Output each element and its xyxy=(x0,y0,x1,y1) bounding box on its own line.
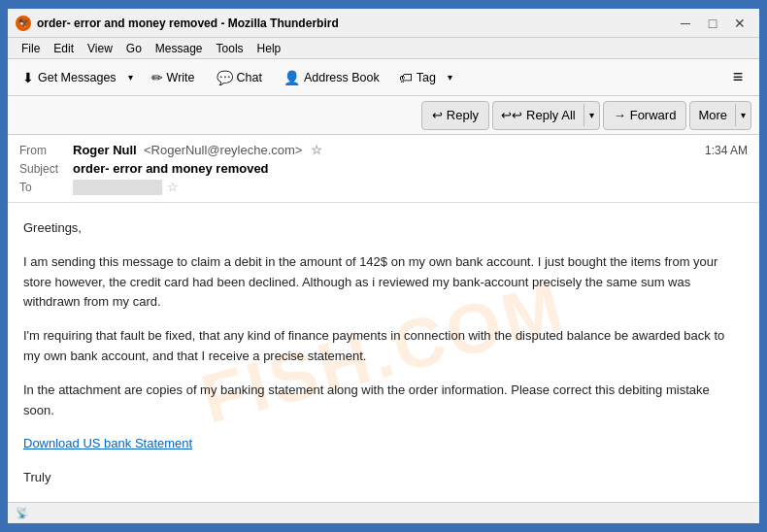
email-body: FISH.COM Greetings, I am sending this me… xyxy=(8,203,759,502)
get-messages-label: Get Messages xyxy=(38,71,117,84)
email-header: From Roger Null <RogerNull@reyleche.com>… xyxy=(8,135,759,203)
chat-icon: 💬 xyxy=(217,70,233,85)
thunderbird-window: 🦅 order- error and money removed - Mozil… xyxy=(6,7,761,525)
menu-help[interactable]: Help xyxy=(251,40,287,57)
more-label: More xyxy=(698,108,727,122)
close-button[interactable]: ✕ xyxy=(728,14,751,33)
main-toolbar: ⬇ Get Messages ▾ ✏ Write 💬 Chat 👤 Addres… xyxy=(8,59,759,96)
reply-all-arrow[interactable]: ▾ xyxy=(584,106,599,124)
menu-message[interactable]: Message xyxy=(150,40,209,57)
get-messages-icon: ⬇ xyxy=(22,70,34,85)
get-messages-button[interactable]: ⬇ Get Messages xyxy=(16,64,122,91)
action-bar: ↩ Reply ↩↩ Reply All ▾ → Forward More ▾ xyxy=(8,96,759,135)
reply-all-split-button: ↩↩ Reply All ▾ xyxy=(492,101,600,130)
app-icon: 🦅 xyxy=(16,16,31,31)
to-star-icon[interactable]: ☆ xyxy=(167,180,179,194)
download-link-paragraph: Download US bank Statement xyxy=(23,434,744,454)
body-greeting: Greetings, xyxy=(23,218,744,239)
subject-value: order- error and money removed xyxy=(73,161,748,176)
from-row: From Roger Null <RogerNull@reyleche.com>… xyxy=(19,141,748,159)
subject-row: Subject order- error and money removed xyxy=(19,159,748,178)
tag-arrow[interactable]: ▾ xyxy=(442,64,458,91)
forward-label: Forward xyxy=(630,108,677,122)
write-label: Write xyxy=(167,71,195,84)
menu-go[interactable]: Go xyxy=(120,40,148,57)
address-book-button[interactable]: 👤 Address Book xyxy=(275,64,388,91)
tag-icon: 🏷 xyxy=(399,70,413,85)
more-split-button: More ▾ xyxy=(689,101,751,130)
from-name: Roger Null xyxy=(73,143,137,157)
email-time: 1:34 AM xyxy=(705,144,748,157)
menu-file[interactable]: File xyxy=(16,40,46,57)
closing: Truly xyxy=(23,468,744,488)
from-star-icon[interactable]: ☆ xyxy=(311,143,322,157)
body-paragraph1: I am sending this message to claim a deb… xyxy=(23,252,744,313)
write-icon: ✏ xyxy=(151,70,163,85)
chat-button[interactable]: 💬 Chat xyxy=(208,64,271,91)
reply-button[interactable]: ↩ Reply xyxy=(421,101,489,130)
menu-tools[interactable]: Tools xyxy=(211,40,250,57)
reply-label: Reply xyxy=(447,108,479,122)
reply-all-icon: ↩↩ xyxy=(501,108,522,122)
tag-button[interactable]: 🏷 Tag xyxy=(392,64,442,91)
tag-dropdown: 🏷 Tag ▾ xyxy=(392,64,458,91)
subject-label: Subject xyxy=(19,162,73,176)
forward-icon: → xyxy=(614,108,626,122)
from-email: <RogerNull@reyleche.com> xyxy=(144,143,303,157)
address-book-label: Address Book xyxy=(304,71,380,84)
minimize-button[interactable]: ─ xyxy=(674,14,697,33)
download-bank-statement-link[interactable]: Download US bank Statement xyxy=(23,436,192,450)
reply-icon: ↩ xyxy=(432,108,443,122)
body-paragraph3: In the attachment are copies of my banki… xyxy=(23,381,744,421)
maximize-button[interactable]: □ xyxy=(701,14,724,33)
body-paragraph2: I'm requiring that fault be fixed, that … xyxy=(23,326,744,367)
status-bar: 📡 xyxy=(8,502,759,523)
title-bar: 🦅 order- error and money removed - Mozil… xyxy=(8,9,759,38)
to-row: To ██████████ ☆ xyxy=(19,178,748,196)
more-arrow[interactable]: ▾ xyxy=(736,106,750,124)
title-bar-controls: ─ □ ✕ xyxy=(674,14,751,33)
chat-label: Chat xyxy=(237,71,262,84)
write-button[interactable]: ✏ Write xyxy=(143,64,204,91)
reply-all-label: Reply All xyxy=(526,108,576,122)
more-button[interactable]: More xyxy=(690,104,736,126)
title-bar-left: 🦅 order- error and money removed - Mozil… xyxy=(16,16,339,31)
menu-view[interactable]: View xyxy=(82,40,118,57)
window-title: order- error and money removed - Mozilla… xyxy=(37,17,339,30)
reply-all-button[interactable]: ↩↩ Reply All xyxy=(493,104,584,126)
to-value: ██████████ xyxy=(73,180,162,194)
menu-edit[interactable]: Edit xyxy=(48,40,80,57)
tag-label: Tag xyxy=(417,71,436,84)
address-book-icon: 👤 xyxy=(283,70,300,85)
from-value: Roger Null <RogerNull@reyleche.com> ☆ xyxy=(73,143,705,157)
to-label: To xyxy=(19,181,73,194)
hamburger-menu-button[interactable]: ≡ xyxy=(724,64,751,91)
get-messages-dropdown: ⬇ Get Messages ▾ xyxy=(16,64,139,91)
from-label: From xyxy=(19,144,73,157)
status-icon: 📡 xyxy=(16,507,29,519)
forward-button[interactable]: → Forward xyxy=(603,101,687,130)
email-content: Greetings, I am sending this message to … xyxy=(23,218,744,488)
menu-bar: File Edit View Go Message Tools Help xyxy=(8,38,759,59)
get-messages-arrow[interactable]: ▾ xyxy=(122,64,139,91)
